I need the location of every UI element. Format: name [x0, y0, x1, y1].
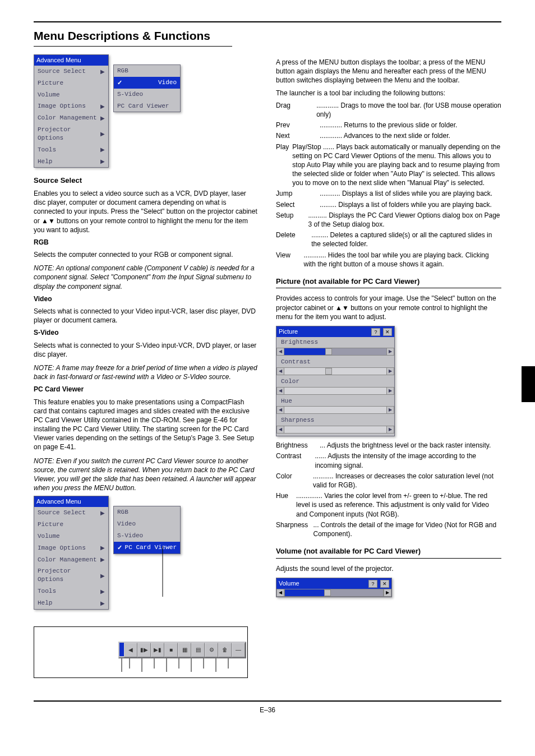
menu-item-picture[interactable]: Picture	[34, 519, 108, 531]
arrow-left-icon[interactable]: ◀	[276, 387, 284, 395]
adj-sharpness-label: Sharpness	[276, 520, 310, 538]
left-column: Advanced Menu Source Select▶ Picture Vol…	[34, 54, 259, 678]
chevron-right-icon: ▶	[100, 556, 105, 564]
text-select: ......... Displays a list of folders whi…	[320, 200, 492, 209]
source-select-submenu[interactable]: RGB Video S-Video ✓PC Card Viewer	[113, 506, 181, 554]
chevron-right-icon: ▶	[100, 544, 105, 552]
text-delete: ......... Deletes a captured slide(s) or…	[311, 231, 501, 248]
rgb-text: Selects the computer connected to your R…	[34, 250, 259, 259]
advanced-menu-panel[interactable]: Advanced Menu Source Select▶ Picture Vol…	[34, 496, 109, 609]
menu-item-image-options[interactable]: Image Options▶	[34, 100, 108, 112]
arrow-left-icon[interactable]: ◀	[276, 367, 284, 375]
select-button[interactable]: ▤	[191, 643, 205, 657]
prev-button[interactable]: ◀	[124, 643, 137, 657]
brightness-slider[interactable]: ◀ ▶	[276, 348, 394, 356]
label-setup: Setup	[276, 211, 305, 229]
text-view: ............ Hides the tool bar while yo…	[303, 251, 501, 269]
pc-card-note: NOTE: Even if you switch the current PC …	[34, 457, 259, 493]
stop-button[interactable]: ■	[164, 643, 178, 657]
text-prev: ............ Returns to the previous sli…	[320, 121, 457, 130]
volume-heading: Volume (not available for PC Card Viewer…	[276, 546, 501, 556]
menu-item-image-options[interactable]: Image Options▶	[34, 542, 108, 554]
submenu-item-video[interactable]: ✓Video	[114, 77, 180, 89]
advanced-menu-screenshot-2: Advanced Menu Source Select▶ Picture Vol…	[34, 496, 259, 609]
contrast-slider[interactable]: ◀ ▶	[276, 367, 394, 375]
label-prev: Prev	[276, 121, 316, 130]
brightness-label: Brightness	[280, 338, 391, 347]
arrow-right-icon[interactable]: ▶	[386, 387, 394, 395]
play-button[interactable]: ▶▮	[151, 643, 164, 657]
menu-item-color-management[interactable]: Color Management▶	[34, 112, 108, 124]
submenu-item-rgb[interactable]: RGB	[114, 506, 180, 518]
contrast-label: Contrast	[280, 358, 391, 366]
menu-item-volume[interactable]: Volume	[34, 531, 108, 542]
volume-slider[interactable]: ◀ ▶	[276, 589, 391, 597]
close-icon[interactable]: ✕	[383, 328, 392, 336]
delete-button[interactable]: 🗑	[218, 643, 232, 657]
picture-dialog-title: Picture	[279, 328, 298, 336]
text-setup: .......... Displays the PC Card Viewer O…	[308, 211, 501, 229]
menu-item-volume[interactable]: Volume	[34, 89, 108, 101]
submenu-item-video[interactable]: Video	[114, 518, 180, 530]
next-button[interactable]: ▮▶	[137, 643, 151, 657]
hue-label: Hue	[280, 397, 391, 405]
view-button[interactable]: —	[232, 643, 245, 657]
arrow-right-icon[interactable]: ▶	[384, 589, 391, 597]
rgb-subheading: RGB	[34, 238, 49, 246]
title-underline	[34, 46, 232, 47]
submenu-item-svideo[interactable]: S-Video	[114, 89, 180, 100]
chevron-right-icon: ▶	[100, 509, 105, 517]
advanced-menu-panel[interactable]: Advanced Menu Source Select▶ Picture Vol…	[34, 54, 109, 168]
arrow-left-icon[interactable]: ◀	[276, 426, 284, 434]
setup-button[interactable]: ⚙	[205, 643, 218, 657]
menu-item-tools[interactable]: Tools▶	[34, 586, 108, 597]
color-slider[interactable]: ◀ ▶	[276, 387, 394, 395]
menu-item-picture[interactable]: Picture	[34, 77, 108, 89]
svideo-text: Selects what is connected to your S-Vide…	[34, 341, 259, 359]
adj-brightness-label: Brightness	[276, 441, 316, 450]
chevron-right-icon: ▶	[100, 114, 105, 122]
arrow-left-icon[interactable]: ◀	[276, 589, 284, 597]
hue-slider[interactable]: ◀ ▶	[276, 406, 394, 414]
adj-contrast-text: ...... Adjusts the intensity of the imag…	[315, 451, 501, 469]
label-delete: Delete	[276, 231, 308, 248]
submenu-item-svideo[interactable]: S-Video	[114, 530, 180, 542]
submenu-item-pc-card-viewer[interactable]: ✓PC Card Viewer	[114, 542, 180, 554]
close-icon[interactable]: ✕	[380, 580, 389, 588]
rgb-note: NOTE: An optional component cable (Compo…	[34, 264, 259, 291]
chevron-right-icon: ▶	[100, 572, 105, 580]
menu-item-color-management[interactable]: Color Management▶	[34, 554, 108, 566]
adj-sharpness-text: ... Controls the detail of the image for…	[313, 520, 502, 538]
arrow-left-icon[interactable]: ◀	[276, 348, 284, 356]
picture-heading: Picture (not available for PC Card Viewe…	[276, 276, 501, 287]
menu-item-projector-options[interactable]: Projector Options▶	[34, 565, 108, 586]
adj-color-label: Color	[276, 472, 310, 490]
source-select-heading: Source Select	[34, 176, 259, 186]
toolbar-drag-handle[interactable]	[119, 643, 124, 656]
arrow-left-icon[interactable]: ◀	[276, 406, 284, 414]
volume-dialog: Volume ? ✕ ◀ ▶	[276, 578, 392, 597]
jump-button[interactable]: ▦	[178, 643, 191, 657]
menu-item-help[interactable]: Help▶	[34, 597, 108, 609]
chevron-right-icon: ▶	[100, 600, 105, 607]
menu-item-tools[interactable]: Tools▶	[34, 144, 108, 156]
menu-title: Advanced Menu	[34, 496, 108, 507]
text-play: Play/Stop ...... Plays back automaticall…	[292, 142, 501, 188]
sharpness-slider[interactable]: ◀ ▶	[276, 426, 394, 434]
menu-item-help[interactable]: Help▶	[34, 156, 108, 168]
right-column: A press of the MENU button displays the …	[276, 54, 501, 678]
help-icon[interactable]: ?	[371, 328, 380, 336]
arrow-right-icon[interactable]: ▶	[386, 367, 394, 375]
arrow-right-icon[interactable]: ▶	[386, 348, 394, 356]
submenu-item-rgb[interactable]: RGB	[114, 65, 180, 77]
adj-hue-label: Hue	[276, 491, 293, 519]
submenu-item-pc-card-viewer[interactable]: PC Card Viewer	[114, 100, 180, 112]
arrow-right-icon[interactable]: ▶	[386, 406, 394, 414]
menu-item-source-select[interactable]: Source Select▶	[34, 66, 108, 77]
menu-item-source-select[interactable]: Source Select▶	[34, 507, 108, 519]
arrow-right-icon[interactable]: ▶	[386, 426, 394, 434]
source-select-submenu[interactable]: RGB ✓Video S-Video PC Card Viewer	[113, 64, 181, 112]
help-icon[interactable]: ?	[368, 580, 377, 588]
video-text: Selects what is connected to your Video …	[34, 307, 259, 325]
menu-item-projector-options[interactable]: Projector Options▶	[34, 124, 108, 144]
